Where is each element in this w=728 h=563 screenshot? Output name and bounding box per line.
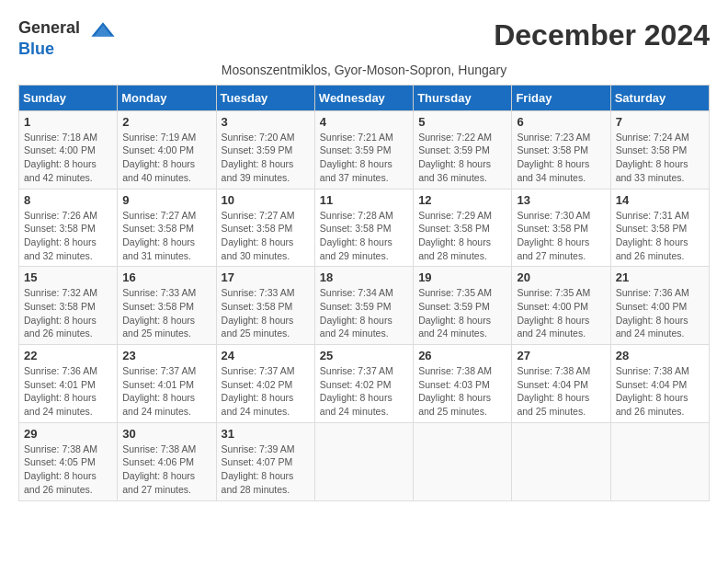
- day-number: 7: [616, 115, 704, 129]
- day-number: 11: [320, 193, 408, 207]
- day-number: 20: [517, 270, 605, 284]
- day-detail: Sunrise: 7:29 AM Sunset: 3:58 PM Dayligh…: [418, 209, 506, 263]
- day-number: 9: [122, 193, 210, 207]
- day-detail: Sunrise: 7:37 AM Sunset: 4:01 PM Dayligh…: [122, 364, 210, 419]
- day-detail: Sunrise: 7:36 AM Sunset: 4:01 PM Dayligh…: [24, 364, 112, 419]
- day-detail: Sunrise: 7:38 AM Sunset: 4:05 PM Dayligh…: [24, 442, 112, 497]
- day-cell: 2 Sunrise: 7:19 AM Sunset: 4:00 PM Dayli…: [118, 110, 216, 189]
- day-cell: 6 Sunrise: 7:23 AM Sunset: 3:58 PM Dayli…: [512, 110, 610, 189]
- day-cell: 23 Sunrise: 7:37 AM Sunset: 4:01 PM Dayl…: [118, 345, 216, 423]
- day-number: 2: [122, 115, 210, 129]
- day-cell: 30 Sunrise: 7:38 AM Sunset: 4:06 PM Dayl…: [118, 422, 216, 500]
- logo-text: General: [18, 18, 118, 40]
- day-detail: Sunrise: 7:37 AM Sunset: 4:02 PM Dayligh…: [222, 364, 310, 419]
- day-detail: Sunrise: 7:27 AM Sunset: 3:58 PM Dayligh…: [122, 209, 210, 263]
- day-cell: 7 Sunrise: 7:24 AM Sunset: 3:58 PM Dayli…: [610, 110, 709, 189]
- day-number: 17: [222, 270, 310, 284]
- day-cell: 4 Sunrise: 7:21 AM Sunset: 3:59 PM Dayli…: [314, 110, 413, 189]
- week-row-1: 1 Sunrise: 7:18 AM Sunset: 4:00 PM Dayli…: [19, 110, 710, 189]
- col-header-sunday: Sunday: [19, 85, 118, 110]
- day-detail: Sunrise: 7:37 AM Sunset: 4:02 PM Dayligh…: [320, 364, 408, 419]
- day-cell: 20 Sunrise: 7:35 AM Sunset: 4:00 PM Dayl…: [512, 267, 610, 345]
- day-detail: Sunrise: 7:35 AM Sunset: 3:59 PM Dayligh…: [418, 286, 506, 340]
- day-cell: 18 Sunrise: 7:34 AM Sunset: 3:59 PM Dayl…: [314, 267, 413, 345]
- day-number: 18: [320, 270, 408, 284]
- day-cell: 16 Sunrise: 7:33 AM Sunset: 3:58 PM Dayl…: [118, 267, 216, 345]
- day-cell: 24 Sunrise: 7:37 AM Sunset: 4:02 PM Dayl…: [216, 345, 314, 423]
- day-number: 19: [418, 270, 506, 284]
- day-cell: [512, 422, 610, 500]
- col-header-monday: Monday: [118, 85, 216, 110]
- day-detail: Sunrise: 7:35 AM Sunset: 4:00 PM Dayligh…: [517, 286, 605, 340]
- subtitle: Mosonszentmiklos, Gyor-Moson-Sopron, Hun…: [18, 63, 710, 77]
- header: General Blue December 2024: [18, 18, 710, 59]
- day-number: 26: [418, 349, 506, 362]
- day-detail: Sunrise: 7:26 AM Sunset: 3:58 PM Dayligh…: [24, 209, 112, 263]
- col-header-wednesday: Wednesday: [314, 85, 413, 110]
- day-detail: Sunrise: 7:28 AM Sunset: 3:58 PM Dayligh…: [320, 209, 408, 263]
- day-number: 15: [24, 270, 112, 284]
- day-detail: Sunrise: 7:38 AM Sunset: 4:06 PM Dayligh…: [122, 442, 210, 497]
- day-detail: Sunrise: 7:23 AM Sunset: 3:58 PM Dayligh…: [517, 131, 605, 185]
- day-number: 25: [320, 349, 408, 362]
- day-number: 13: [517, 193, 605, 207]
- day-number: 12: [418, 193, 506, 207]
- day-cell: 27 Sunrise: 7:38 AM Sunset: 4:04 PM Dayl…: [512, 345, 610, 423]
- day-cell: 3 Sunrise: 7:20 AM Sunset: 3:59 PM Dayli…: [216, 110, 314, 189]
- day-number: 27: [517, 349, 605, 362]
- day-cell: 26 Sunrise: 7:38 AM Sunset: 4:03 PM Dayl…: [414, 345, 512, 423]
- day-number: 31: [222, 427, 310, 441]
- day-detail: Sunrise: 7:24 AM Sunset: 3:58 PM Dayligh…: [616, 131, 704, 185]
- day-cell: 11 Sunrise: 7:28 AM Sunset: 3:58 PM Dayl…: [314, 189, 413, 267]
- day-cell: 5 Sunrise: 7:22 AM Sunset: 3:59 PM Dayli…: [414, 110, 512, 189]
- day-detail: Sunrise: 7:27 AM Sunset: 3:58 PM Dayligh…: [222, 209, 310, 263]
- day-number: 1: [24, 115, 112, 129]
- day-detail: Sunrise: 7:21 AM Sunset: 3:59 PM Dayligh…: [320, 131, 408, 185]
- day-detail: Sunrise: 7:38 AM Sunset: 4:04 PM Dayligh…: [517, 364, 605, 419]
- day-detail: Sunrise: 7:19 AM Sunset: 4:00 PM Dayligh…: [122, 131, 210, 185]
- day-cell: 25 Sunrise: 7:37 AM Sunset: 4:02 PM Dayl…: [314, 345, 413, 423]
- week-row-2: 8 Sunrise: 7:26 AM Sunset: 3:58 PM Dayli…: [19, 189, 710, 267]
- day-number: 5: [418, 115, 506, 129]
- day-detail: Sunrise: 7:31 AM Sunset: 3:58 PM Dayligh…: [616, 209, 704, 263]
- day-cell: 29 Sunrise: 7:38 AM Sunset: 4:05 PM Dayl…: [19, 422, 118, 500]
- day-cell: 19 Sunrise: 7:35 AM Sunset: 3:59 PM Dayl…: [414, 267, 512, 345]
- day-cell: [314, 422, 413, 500]
- day-detail: Sunrise: 7:38 AM Sunset: 4:03 PM Dayligh…: [418, 364, 506, 419]
- day-detail: Sunrise: 7:39 AM Sunset: 4:07 PM Dayligh…: [222, 442, 310, 497]
- day-detail: Sunrise: 7:33 AM Sunset: 3:58 PM Dayligh…: [122, 286, 210, 340]
- col-header-saturday: Saturday: [610, 85, 709, 110]
- week-row-4: 22 Sunrise: 7:36 AM Sunset: 4:01 PM Dayl…: [19, 345, 710, 423]
- day-cell: 22 Sunrise: 7:36 AM Sunset: 4:01 PM Dayl…: [19, 345, 118, 423]
- day-detail: Sunrise: 7:22 AM Sunset: 3:59 PM Dayligh…: [418, 131, 506, 185]
- day-cell: [414, 422, 512, 500]
- day-number: 21: [616, 270, 704, 284]
- day-cell: 10 Sunrise: 7:27 AM Sunset: 3:58 PM Dayl…: [216, 189, 314, 267]
- day-detail: Sunrise: 7:30 AM Sunset: 3:58 PM Dayligh…: [517, 209, 605, 263]
- day-cell: 1 Sunrise: 7:18 AM Sunset: 4:00 PM Dayli…: [19, 110, 118, 189]
- day-detail: Sunrise: 7:34 AM Sunset: 3:59 PM Dayligh…: [320, 286, 408, 340]
- logo: General Blue: [18, 18, 118, 59]
- day-detail: Sunrise: 7:36 AM Sunset: 4:00 PM Dayligh…: [616, 286, 704, 340]
- col-header-thursday: Thursday: [414, 85, 512, 110]
- day-number: 4: [320, 115, 408, 129]
- day-cell: 28 Sunrise: 7:38 AM Sunset: 4:04 PM Dayl…: [610, 345, 709, 423]
- day-number: 8: [24, 193, 112, 207]
- day-number: 28: [616, 349, 704, 362]
- col-header-friday: Friday: [512, 85, 610, 110]
- day-detail: Sunrise: 7:32 AM Sunset: 3:58 PM Dayligh…: [24, 286, 112, 340]
- day-cell: 13 Sunrise: 7:30 AM Sunset: 3:58 PM Dayl…: [512, 189, 610, 267]
- day-number: 6: [517, 115, 605, 129]
- logo-general: General: [18, 18, 80, 37]
- day-cell: 8 Sunrise: 7:26 AM Sunset: 3:58 PM Dayli…: [19, 189, 118, 267]
- month-title: December 2024: [494, 18, 710, 52]
- day-detail: Sunrise: 7:33 AM Sunset: 3:58 PM Dayligh…: [222, 286, 310, 340]
- week-row-3: 15 Sunrise: 7:32 AM Sunset: 3:58 PM Dayl…: [19, 267, 710, 345]
- day-number: 14: [616, 193, 704, 207]
- day-detail: Sunrise: 7:18 AM Sunset: 4:00 PM Dayligh…: [24, 131, 112, 185]
- day-cell: 9 Sunrise: 7:27 AM Sunset: 3:58 PM Dayli…: [118, 189, 216, 267]
- day-detail: Sunrise: 7:20 AM Sunset: 3:59 PM Dayligh…: [222, 131, 310, 185]
- day-cell: 12 Sunrise: 7:29 AM Sunset: 3:58 PM Dayl…: [414, 189, 512, 267]
- day-number: 16: [122, 270, 210, 284]
- day-number: 29: [24, 427, 112, 441]
